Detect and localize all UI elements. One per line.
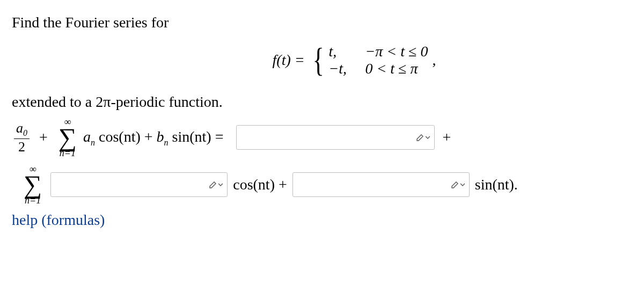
piecewise-trailing-comma: , bbox=[432, 52, 436, 69]
plus-2: + bbox=[141, 128, 157, 145]
problem-prompt: Find the Fourier series for bbox=[12, 14, 632, 31]
cos-term: cos(nt) bbox=[95, 128, 141, 145]
an-answer-box[interactable] bbox=[50, 172, 228, 197]
a0-over-2: a0 2 bbox=[14, 121, 30, 154]
plus-after-a0: + bbox=[442, 129, 451, 146]
bn-sym: b bbox=[157, 128, 164, 145]
a0-sub: 0 bbox=[23, 128, 27, 137]
piecewise-lhs: f(t) = bbox=[273, 52, 305, 69]
edit-dropdown-icon[interactable] bbox=[415, 131, 431, 144]
a0-den: 2 bbox=[16, 140, 27, 154]
general-term: an cos(nt) + bn sin(nt) = bbox=[83, 128, 223, 148]
sum-lower-2: n=1 bbox=[25, 195, 41, 205]
edit-dropdown-icon[interactable] bbox=[208, 178, 224, 191]
cos-label: cos(nt) + bbox=[233, 176, 287, 193]
sigma-sum-2: ∞ ∑ n=1 bbox=[24, 164, 42, 205]
bn-answer-box[interactable] bbox=[292, 172, 470, 197]
piecewise-case1-value: t, bbox=[328, 43, 354, 60]
equals-sign: = bbox=[215, 128, 224, 145]
help-formulas-link[interactable]: help (formulas) bbox=[12, 211, 105, 228]
brace-icon: { bbox=[312, 43, 324, 77]
sum-lower-1: n=1 bbox=[60, 148, 76, 158]
bn-answer-input[interactable] bbox=[293, 173, 469, 196]
a0-answer-input[interactable] bbox=[237, 126, 434, 149]
sigma-sum-1: ∞ ∑ n=1 bbox=[58, 117, 77, 158]
an-sub: n bbox=[91, 137, 95, 147]
piecewise-definition: f(t) = { t, −π < t ≤ 0 −t, 0 < t ≤ π , bbox=[12, 43, 632, 77]
a0-num: a bbox=[16, 120, 23, 136]
piecewise-case1-cond: −π < t ≤ 0 bbox=[365, 43, 428, 60]
an-answer-input[interactable] bbox=[51, 173, 227, 196]
piecewise-case2-cond: 0 < t ≤ π bbox=[365, 60, 418, 77]
an-sym: a bbox=[83, 128, 91, 145]
plus-1: + bbox=[39, 129, 48, 146]
a0-answer-box[interactable] bbox=[236, 125, 435, 150]
help-link-wrap: help (formulas) bbox=[12, 211, 632, 229]
sin-label: sin(nt). bbox=[475, 176, 518, 193]
fourier-series-form: a0 2 + ∞ ∑ n=1 an cos(nt) + bn sin(nt) = bbox=[12, 114, 632, 229]
sin-term: sin(nt) bbox=[169, 128, 215, 145]
extended-note: extended to a 2π-periodic function. bbox=[12, 93, 632, 111]
piecewise-case2-value: −t, bbox=[328, 60, 354, 77]
edit-dropdown-icon[interactable] bbox=[450, 178, 466, 191]
bn-sub: n bbox=[164, 137, 169, 147]
